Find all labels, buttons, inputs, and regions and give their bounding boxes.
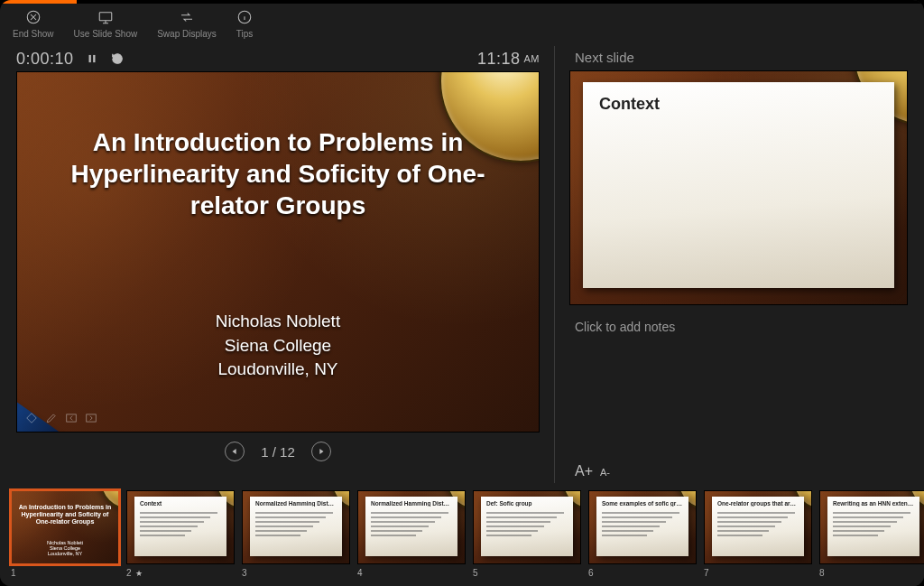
pause-icon (86, 52, 98, 65)
progress-fill (0, 0, 77, 4)
thumbnail[interactable]: One-relator groups that are sofic7 (704, 490, 812, 579)
thumbnail-title: Def: Sofic group (486, 500, 568, 507)
swap-icon (179, 9, 195, 25)
paper-decor: One-relator groups that are sofic (712, 497, 804, 556)
clock-time: 11:18 (477, 50, 521, 69)
column-divider (554, 46, 555, 483)
thumbnail[interactable]: Normalized Hamming Distance4 (357, 490, 466, 579)
progress-strip (0, 0, 924, 4)
tips-button[interactable]: Tips (236, 9, 254, 39)
thumbnail-slide[interactable]: One-relator groups that are sofic (704, 490, 812, 564)
thumbnail-body-lines (371, 509, 452, 553)
thumbnail-title: Normalized Hamming Distance (255, 500, 337, 507)
slide-title: An Introduction to Problems in Hyperline… (53, 126, 503, 221)
next-slide-button[interactable] (311, 442, 331, 461)
thumbnail-body-lines (140, 509, 221, 553)
pen-tool-button[interactable] (44, 412, 59, 424)
next-slide-column: Next slide Context Click to add notes A+… (569, 46, 908, 483)
thumbnail-body-lines (717, 509, 799, 553)
svg-rect-6 (87, 414, 97, 422)
thumbnail-title: An Introduction to Problems in Hyperline… (17, 504, 113, 526)
close-circle-icon (25, 9, 42, 25)
swap-displays-label: Swap Displays (157, 29, 217, 39)
thumbnail[interactable]: Rewriting as an HNN extension8 (819, 490, 924, 579)
notes-input[interactable]: Click to add notes (569, 316, 908, 458)
next-overlay-button[interactable] (84, 412, 98, 424)
thumbnail-number: 6 (588, 564, 697, 578)
thumbnail-body-lines (602, 509, 683, 553)
prev-overlay-button[interactable] (64, 412, 79, 424)
swap-displays-button[interactable]: Swap Displays (157, 9, 217, 39)
triangle-left-icon (230, 447, 239, 456)
thumbnail[interactable]: Some examples of sofic groups6 (588, 490, 697, 579)
arrow-right-box-icon (85, 412, 97, 424)
paper-decor: Normalized Hamming Distance (250, 497, 342, 556)
thumbnail-slide[interactable]: Def: Sofic group (473, 490, 581, 564)
prev-slide-button[interactable] (225, 442, 245, 461)
clock-ampm: AM (524, 53, 541, 64)
font-increase-button[interactable]: A+ (575, 463, 593, 479)
thumbnail[interactable]: Normalized Hamming Distance3 (242, 490, 350, 579)
paper-decor: Some examples of sofic groups (596, 497, 688, 556)
pencil-icon (45, 412, 58, 424)
toolbar: End Show Use Slide Show Swap Displays Ti… (0, 4, 924, 46)
thumbnail-title: Some examples of sofic groups (602, 500, 683, 507)
thumbnail-slide[interactable]: Context (126, 490, 235, 564)
end-show-button[interactable]: End Show (13, 9, 54, 39)
thumbnail-slide[interactable]: Rewriting as an HNN extension (819, 490, 924, 564)
svg-rect-5 (67, 414, 77, 422)
info-icon (236, 9, 253, 25)
elapsed-time: 0:00:10 (16, 50, 74, 69)
slide-overlay-tools (24, 412, 98, 424)
star-icon: ★ (135, 569, 143, 578)
thumbnail-title: Rewriting as an HNN extension (833, 500, 914, 507)
next-slide-title: Context (599, 95, 660, 114)
paper-decor: Rewriting as an HNN extension (827, 497, 919, 556)
timer-bar: 0:00:10 11:18 AM (16, 46, 540, 71)
notes-font-controls: A+ A- (569, 458, 908, 483)
presentation-icon (97, 9, 114, 25)
thumbnail-body-lines (833, 509, 914, 553)
end-show-label: End Show (13, 29, 54, 39)
thumbnail-slide[interactable]: Normalized Hamming Distance (242, 490, 350, 564)
paper-decor: Def: Sofic group (481, 497, 573, 556)
thumbnail-title: One-relator groups that are sofic (717, 500, 799, 507)
paper-decor: Context (134, 497, 226, 556)
slide-nav: 1 / 12 (16, 433, 540, 465)
reset-icon (111, 52, 124, 65)
thumbnail-number: 2 ★ (126, 564, 235, 578)
font-decrease-button[interactable]: A- (600, 467, 610, 478)
arrow-left-box-icon (65, 412, 78, 424)
thumbnail-number: 8 (819, 564, 924, 578)
thumbnail-number: 4 (357, 564, 466, 578)
thumbnail-slide[interactable]: Some examples of sofic groups (588, 490, 697, 564)
reset-timer-button[interactable] (110, 51, 125, 66)
current-slide[interactable]: An Introduction to Problems in Hyperline… (16, 71, 540, 433)
main-row: 0:00:10 11:18 AM An Introduction to Prob… (0, 46, 924, 483)
svg-rect-4 (93, 55, 95, 62)
thumbnail-title: Normalized Hamming Distance (371, 500, 452, 507)
thumbnail-number: 3 (242, 564, 350, 578)
thumbnail-number: 1 (11, 564, 119, 578)
paper-decor: Context (583, 82, 894, 288)
presenter-view-window: End Show Use Slide Show Swap Displays Ti… (0, 0, 924, 586)
thumbnail-body-lines (486, 509, 568, 553)
use-slide-show-label: Use Slide Show (74, 29, 138, 39)
next-slide[interactable]: Context (569, 70, 908, 305)
thumbnail-title: Context (140, 500, 221, 507)
thumbnail-strip[interactable]: An Introduction to Problems in Hyperline… (0, 483, 924, 586)
thumbnail[interactable]: An Introduction to Problems in Hyperline… (11, 490, 119, 579)
pause-timer-button[interactable] (85, 51, 99, 66)
triangle-right-icon (317, 447, 326, 456)
thumbnail[interactable]: Def: Sofic group5 (473, 490, 581, 579)
thumbnail-number: 5 (473, 564, 581, 578)
slide-position: 1 / 12 (261, 444, 295, 460)
use-slide-show-button[interactable]: Use Slide Show (74, 9, 138, 39)
thumbnail[interactable]: Context2 ★ (126, 490, 235, 579)
current-slide-column: 0:00:10 11:18 AM An Introduction to Prob… (16, 46, 540, 483)
thumbnail-slide[interactable]: Normalized Hamming Distance (357, 490, 466, 564)
thumbnail-slide[interactable]: An Introduction to Problems in Hyperline… (11, 490, 119, 564)
pointer-tool-button[interactable] (24, 412, 39, 424)
svg-rect-1 (99, 13, 112, 21)
tips-label: Tips (236, 29, 254, 39)
